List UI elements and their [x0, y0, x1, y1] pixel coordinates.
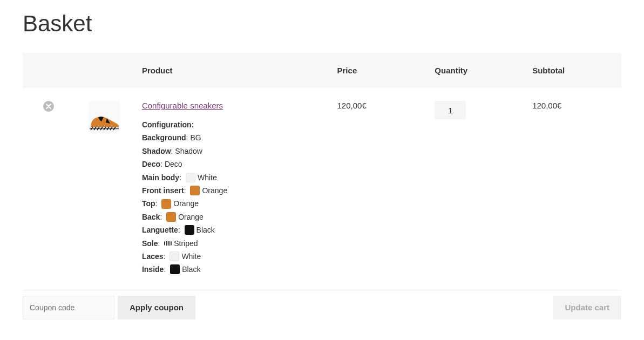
sneaker-icon: [89, 111, 120, 132]
cart-table: Product Price Quantity Subtotal: [23, 53, 621, 290]
apply-coupon-button[interactable]: Apply coupon: [118, 296, 195, 319]
config-sole: Sole: Striped: [142, 237, 320, 249]
header-subtotal: Subtotal: [524, 53, 621, 88]
quantity-input[interactable]: [435, 101, 466, 119]
swatch-striped: [164, 241, 172, 246]
swatch-white: [170, 251, 179, 261]
config-background: Background: BG: [142, 132, 320, 144]
coupon-code-input[interactable]: [23, 296, 114, 319]
item-subtotal: 120,00€: [524, 88, 621, 290]
swatch-white: [186, 173, 195, 182]
update-cart-button[interactable]: Update cart: [553, 296, 621, 319]
config-shadow: Shadow: Shadow: [142, 145, 320, 157]
item-price: 120,00€: [329, 88, 426, 290]
product-name-link[interactable]: Configurable sneakers: [142, 101, 223, 110]
config-front-insert: Front insert: Orange: [142, 185, 320, 196]
page-title: Basket: [23, 11, 621, 37]
config-main-body: Main body: White: [142, 172, 320, 183]
remove-item-button[interactable]: [43, 101, 54, 112]
config-inside: Inside: Black: [142, 263, 320, 275]
header-price: Price: [329, 53, 426, 88]
config-languette: Languette: Black: [142, 224, 320, 236]
swatch-orange: [161, 199, 171, 209]
configuration-block: Configuration: Background: BG Shadow: Sh…: [142, 119, 320, 276]
header-remove: [23, 53, 74, 88]
config-title: Configuration:: [142, 119, 194, 131]
swatch-black: [170, 264, 180, 274]
close-icon: [46, 104, 51, 109]
table-row: Configurable sneakers Configuration: Bac…: [23, 88, 621, 290]
coupon-group: Apply coupon: [23, 296, 195, 319]
swatch-black: [185, 225, 194, 235]
config-laces: Laces: White: [142, 250, 320, 262]
config-deco: Deco: Deco: [142, 158, 320, 170]
config-back: Back: Orange: [142, 211, 320, 223]
header-thumbnail: [74, 53, 133, 88]
config-top: Top: Orange: [142, 198, 320, 209]
header-quantity: Quantity: [426, 53, 524, 88]
product-thumbnail: [89, 101, 120, 132]
swatch-orange: [166, 212, 176, 222]
cart-actions: Apply coupon Update cart: [23, 290, 621, 325]
header-product: Product: [133, 53, 329, 88]
swatch-orange: [190, 186, 200, 195]
